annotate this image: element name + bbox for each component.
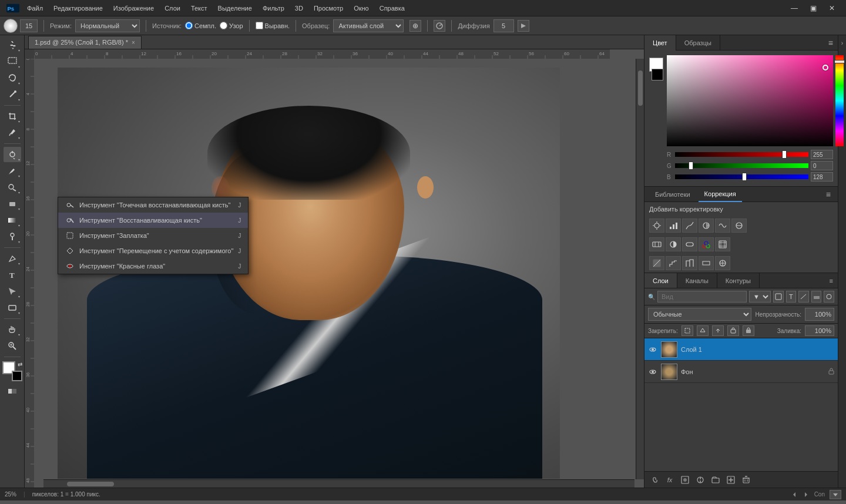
color-panel-menu[interactable]: ≡ — [824, 38, 838, 48]
aligned-checkbox[interactable]: Выравн. — [256, 22, 290, 29]
type-icon-btn[interactable]: T — [786, 291, 797, 303]
tool-clone[interactable]: ▾ — [4, 180, 21, 195]
fg-bg-colors[interactable]: ⇄ — [2, 361, 22, 381]
r-value-input[interactable] — [811, 150, 833, 159]
close-button[interactable]: ✕ — [822, 0, 841, 16]
tab-close-button[interactable]: × — [132, 39, 135, 46]
swap-colors[interactable]: ⇄ — [18, 361, 22, 368]
corr-color-lookup[interactable] — [715, 237, 730, 251]
tool-brush[interactable]: ▾ — [4, 163, 21, 179]
brush-size-input[interactable] — [20, 19, 38, 32]
layer-mask-btn[interactable] — [679, 474, 691, 486]
opacity-input[interactable] — [805, 308, 834, 321]
tool-gradient[interactable]: ▾ — [4, 213, 21, 228]
corr-selective-color[interactable] — [715, 256, 730, 270]
menu-help[interactable]: Справка — [375, 2, 409, 14]
tab-color[interactable]: Цвет — [644, 35, 676, 51]
lock-image-btn[interactable] — [697, 325, 709, 336]
v-scroll-thumb[interactable] — [638, 70, 643, 106]
tool-dodge[interactable]: ▾ — [4, 229, 21, 244]
tool-pen[interactable]: ▾ — [4, 251, 21, 266]
layer-group-btn[interactable] — [709, 474, 722, 486]
fill-input[interactable] — [805, 325, 834, 336]
lock-artboard-btn[interactable] — [727, 325, 739, 336]
source-sampled[interactable]: Семпл. — [185, 22, 216, 29]
smart-icon-btn[interactable] — [824, 291, 834, 303]
ctx-item-heal-brush[interactable]: Инструмент "Восстанавливающая кисть" J — [58, 213, 248, 228]
lock-transparent-btn[interactable] — [682, 325, 693, 336]
color-saturation-picker[interactable] — [667, 55, 833, 146]
tool-eyedropper[interactable]: ▾ — [4, 125, 21, 140]
ctx-item-patch[interactable]: Инструмент "Заплатка" J — [58, 228, 248, 243]
corr-photo-filter[interactable] — [682, 237, 697, 251]
tool-zoom[interactable] — [4, 338, 21, 354]
b-value-input[interactable] — [811, 172, 833, 182]
tool-move[interactable]: ▾ — [4, 38, 21, 53]
tool-crop[interactable]: ▾ — [4, 109, 21, 124]
layer-link-btn[interactable] — [648, 474, 661, 486]
menu-text[interactable]: Текст — [186, 2, 212, 14]
menu-3d[interactable]: 3D — [290, 2, 308, 14]
corr-brightness[interactable] — [649, 219, 664, 233]
ctx-item-spot-heal[interactable]: Инструмент "Точечная восстанавливающая к… — [58, 197, 248, 213]
layer-delete-btn[interactable] — [740, 474, 753, 486]
menu-filter[interactable]: Фильтр — [258, 2, 289, 14]
sample-select[interactable]: Активный слой — [333, 19, 404, 32]
corr-hue-saturation[interactable] — [731, 219, 747, 233]
layer-item-0[interactable]: Слой 1 — [644, 338, 838, 361]
corr-invert[interactable] — [649, 256, 664, 270]
tab-paths[interactable]: Контуры — [717, 273, 760, 288]
tool-quickmask[interactable] — [4, 384, 21, 399]
menu-window[interactable]: Окно — [349, 2, 374, 14]
canvas-scroll[interactable]: Инструмент "Точечная восстанавливающая к… — [34, 59, 644, 488]
tool-healing[interactable]: ▾ — [4, 147, 21, 162]
lock-all-btn[interactable] — [743, 325, 754, 336]
horizontal-scrollbar[interactable] — [43, 479, 634, 488]
layer-eye-0[interactable] — [648, 345, 657, 354]
tool-text[interactable]: T — [4, 267, 21, 283]
bg-color-swatch[interactable] — [652, 69, 663, 80]
layer-eye-1[interactable] — [648, 367, 657, 377]
corr-posterize[interactable] — [666, 256, 681, 270]
vertical-scrollbar[interactable] — [636, 59, 644, 479]
layer-fx-btn[interactable]: fx — [663, 474, 676, 486]
tool-lasso[interactable]: ▾ — [4, 70, 21, 86]
menu-image[interactable]: Изображение — [109, 2, 159, 14]
corr-black-white[interactable] — [666, 237, 681, 251]
sample-icon-btn[interactable]: ⊕ — [409, 20, 421, 32]
corr-channel-mixer[interactable] — [699, 237, 714, 251]
effect-icon-btn[interactable] — [798, 291, 809, 303]
tool-shape[interactable]: ▾ — [4, 300, 21, 315]
corr-vibrance[interactable] — [715, 219, 730, 233]
layers-panel-menu[interactable]: ≡ — [825, 273, 838, 288]
corr-levels[interactable] — [666, 219, 681, 233]
layer-new-btn[interactable] — [724, 474, 737, 486]
menu-edit[interactable]: Редактирование — [49, 2, 108, 14]
corr-gradient-map[interactable] — [699, 256, 714, 270]
tool-selection[interactable]: ▾ — [4, 54, 21, 69]
menu-view[interactable]: Просмотр — [309, 2, 348, 14]
layer-filter-type-select[interactable]: ▼ — [749, 291, 771, 303]
corr-curves[interactable] — [682, 219, 697, 233]
mode-select[interactable]: Нормальный — [75, 19, 140, 32]
h-scroll-thumb[interactable] — [67, 482, 114, 486]
brush-preview[interactable] — [4, 19, 18, 33]
corr-color-balance[interactable] — [649, 237, 664, 251]
pixel-icon-btn[interactable] — [811, 291, 822, 303]
layer-adjustment-btn[interactable] — [694, 474, 707, 486]
ctx-item-content-aware[interactable]: Инструмент "Перемещение с учетом содержи… — [58, 243, 248, 258]
g-slider[interactable] — [675, 163, 808, 168]
tool-path-selection[interactable]: ▾ — [4, 284, 21, 299]
tab-libraries[interactable]: Библиотеки — [649, 187, 696, 202]
source-pattern[interactable]: Узор — [220, 22, 243, 29]
document-tab[interactable]: 1.psd @ 25% (Слой 1, RGB/8) * × — [28, 36, 142, 49]
b-slider[interactable] — [675, 174, 808, 179]
corr-threshold[interactable] — [682, 256, 697, 270]
angle-btn[interactable] — [434, 20, 445, 32]
ctx-item-red-eye[interactable]: Инструмент "Красные глаза" J — [58, 258, 248, 274]
layer-search-input[interactable] — [657, 291, 747, 303]
menu-select[interactable]: Выделение — [213, 2, 257, 14]
r-slider[interactable] — [675, 152, 808, 157]
hue-slider[interactable] — [835, 55, 844, 146]
diffusion-input[interactable] — [494, 19, 514, 32]
